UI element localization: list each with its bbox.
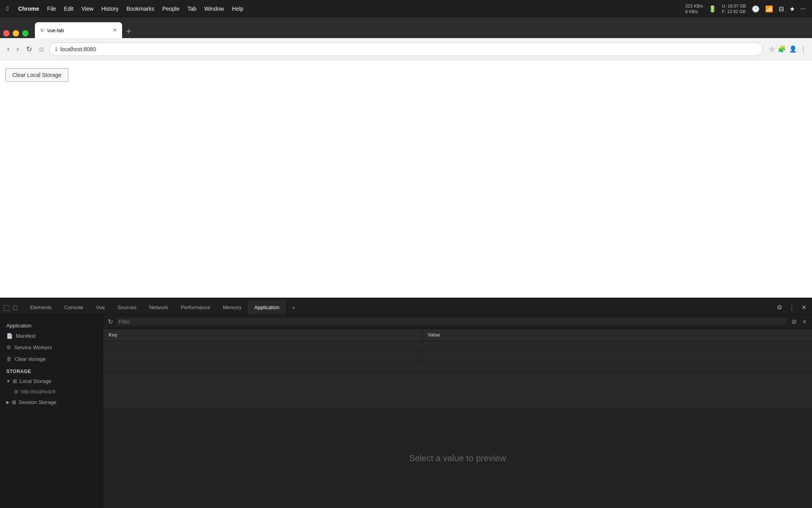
devtools-settings-button[interactable]: ⚙ [774,302,785,313]
tab-vue[interactable]: Vue [90,300,111,314]
menu-tab[interactable]: Tab [188,6,197,12]
devtools-more-button[interactable]: ⋮ [786,302,797,313]
sidebar-local-storage-localhost[interactable]: ⊞ http://localhost:8 [0,387,103,397]
devtools-sidebar: Application 📄 Manifest ⚙ Service Workers… [0,315,103,508]
address-url[interactable]: localhost:8080 [60,46,96,52]
session-storage-expand-icon: ▶ [6,400,10,404]
key-cell [103,352,422,362]
service-workers-icon: ⚙ [6,344,11,350]
devtools-inspect-icon[interactable]: ⬚ [3,303,10,314]
storage-status: U: 18.07 GBF: 13.92 GB [722,3,746,15]
sidebar-item-clear-storage[interactable]: 🗑 Clear storage [0,353,103,365]
sidebar-clear-storage-label: Clear storage [15,356,46,362]
clock-icon: 🕐 [752,5,760,13]
controlcenter-icon: ⊟ [779,5,784,13]
profile-icon[interactable]: 👤 [789,45,797,53]
table-row [103,352,812,362]
clear-local-storage-button[interactable]: Clear Local Storage [6,68,68,82]
active-tab[interactable]: V vue-lab × [35,22,122,38]
menu-bar:  Chrome File Edit View History Bookmark… [0,0,812,17]
storage-filter-input[interactable] [117,318,787,325]
local-storage-expand-icon: ▼ [6,379,10,383]
tab-elements[interactable]: Elements [24,300,58,314]
tab-memory[interactable]: Memory [216,300,248,314]
bookmark-star-icon[interactable]: ☆ [769,45,775,53]
home-button[interactable]: ⌂ [38,43,45,55]
menu-dots-icon[interactable]: ⋮ [800,45,806,53]
address-bar: ‹ › ↻ ⌂ ℹ localhost:8080 ☆ 🧩 👤 ⋮ [0,38,812,60]
storage-table-header: Key Value [103,329,812,341]
apple-menu[interactable]:  [6,5,9,12]
menu-help[interactable]: Help [232,6,243,12]
devtools-panel: ⬚ □ Elements Console Vue Sources Network… [0,298,812,508]
siri-icon: ★ [789,5,795,13]
tab-network[interactable]: Network [143,300,174,314]
application-section-label: Application [0,319,103,330]
battery-icon: 🔋 [709,5,716,13]
storage-preview-panel: Select a value to preview [103,408,812,508]
sidebar-item-service-workers[interactable]: ⚙ Service Workers [0,342,103,353]
local-storage-grid-icon: ⊞ [13,378,17,384]
devtools-toolbar: ↻ ⊘ × [103,315,812,329]
devtools-body: Application 📄 Manifest ⚙ Service Workers… [0,315,812,508]
tab-console[interactable]: Console [58,300,90,314]
reload-button[interactable]: ↻ [25,43,34,55]
storage-table-panel: Key Value [103,329,812,408]
storage-table-body [103,341,812,372]
wifi-icon: 📶 [765,5,773,13]
table-row [103,341,812,352]
menu-window[interactable]: Window [204,6,224,12]
sidebar-local-storage-group[interactable]: ▼ ⊞ Local Storage [0,376,103,387]
preview-placeholder-text: Select a value to preview [409,453,506,464]
sidebar-item-manifest[interactable]: 📄 Manifest [0,330,103,342]
devtools-main-panel: ↻ ⊘ × Key Value [103,315,812,508]
tab-close-button[interactable]: × [113,27,117,34]
minimize-window-button[interactable] [13,30,19,37]
extensions-icon[interactable]: 🧩 [778,45,786,53]
menu-edit[interactable]: Edit [64,6,73,12]
tab-application[interactable]: Application [248,300,286,314]
menu-file[interactable]: File [47,6,56,12]
table-row [103,362,812,372]
value-cell [422,352,812,362]
secure-icon: ℹ [55,46,57,52]
traffic-lights [3,30,29,37]
network-status: 315 KB/s6 KB/s [685,3,703,15]
menu-chrome[interactable]: Chrome [18,6,39,12]
menu-bookmarks[interactable]: Bookmarks [126,6,154,12]
storage-section-label: Storage [0,365,103,376]
storage-block-icon[interactable]: ⊘ [790,317,798,326]
address-input-wrap[interactable]: ℹ localhost:8080 [49,42,763,56]
sidebar-service-workers-label: Service Workers [14,344,52,350]
tab-performance[interactable]: Performance [174,300,216,314]
local-storage-child-icon: ⊞ [14,389,18,394]
devtools-tab-bar: ⬚ □ Elements Console Vue Sources Network… [0,298,812,315]
dots-icon: ··· [801,5,806,12]
new-tab-button[interactable]: + [122,26,135,37]
tab-title: vue-lab [47,27,64,33]
sidebar-session-storage-group[interactable]: ▶ ⊞ Session Storage [0,397,103,408]
forward-button[interactable]: › [15,43,21,55]
close-window-button[interactable] [3,30,10,37]
storage-refresh-button[interactable]: ↻ [107,317,114,326]
clear-storage-icon: 🗑 [6,356,11,362]
value-column-header: Value [422,329,812,341]
devtools-device-icon[interactable]: □ [13,304,17,314]
tab-more[interactable]: » [286,300,301,314]
back-button[interactable]: ‹ [6,43,11,55]
devtools-close-button[interactable]: ✕ [799,302,809,313]
page-area: Clear Local Storage [0,60,812,298]
tab-bar: V vue-lab × + [0,17,812,38]
session-storage-grid-icon: ⊞ [12,399,16,405]
manifest-icon: 📄 [6,333,13,339]
menu-people[interactable]: People [162,6,180,12]
tab-sources[interactable]: Sources [111,300,143,314]
maximize-window-button[interactable] [22,30,29,37]
storage-table-container: Key Value [103,329,812,508]
tab-favicon: V [40,27,44,33]
storage-clear-icon[interactable]: × [801,318,808,326]
address-bar-actions: ☆ 🧩 👤 ⋮ [769,45,806,53]
sidebar-local-storage-url: http://localhost:8 [21,389,55,394]
menu-view[interactable]: View [81,6,93,12]
menu-history[interactable]: History [102,6,119,12]
